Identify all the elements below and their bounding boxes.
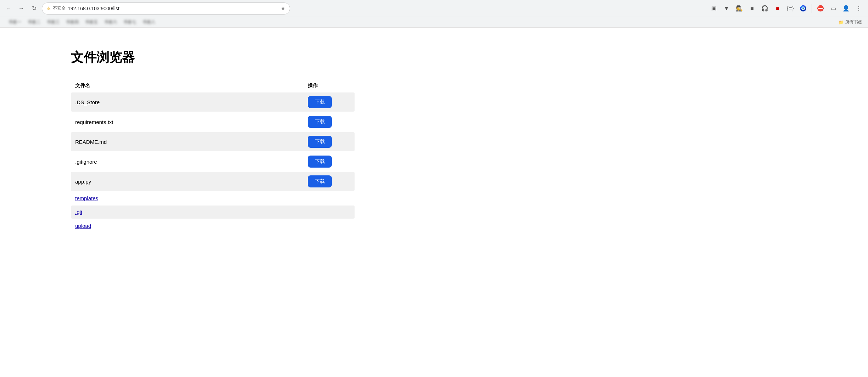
address-bar[interactable]: ⚠ 不安全 192.168.0.103:9000/list ★ [42, 2, 290, 15]
file-name: .gitignore [75, 159, 308, 165]
page-content: 文件浏览器 文件名 操作 .DS_Store 下载 requirements.t… [0, 28, 868, 254]
table-row: upload [71, 219, 355, 232]
reload-button[interactable]: ↻ [29, 4, 39, 13]
table-row: .DS_Store 下载 [71, 92, 355, 112]
extensions-manager-icon[interactable]: ▣ [708, 3, 719, 14]
bookmark-item[interactable]: 书签五 [82, 18, 101, 26]
table-row: .gitignore 下载 [71, 152, 355, 171]
all-bookmarks-button[interactable]: 📁 所有书签 [839, 19, 862, 25]
bookmark-item[interactable]: 书签三 [44, 18, 62, 26]
adblock-icon[interactable]: ⛔ [815, 3, 826, 14]
bookmark-item[interactable]: 书签二 [25, 18, 43, 26]
code-icon[interactable]: {=} [785, 3, 796, 14]
table-row: requirements.txt 下载 [71, 112, 355, 131]
headphone-icon[interactable]: 🎧 [759, 3, 770, 14]
column-action-header: 操作 [308, 83, 350, 89]
table-header: 文件名 操作 [71, 80, 355, 91]
page-title: 文件浏览器 [71, 49, 868, 66]
menu-icon[interactable]: ⋮ [853, 3, 864, 14]
bookmark-star-icon[interactable]: ★ [280, 5, 285, 12]
file-name: app.py [75, 179, 308, 185]
spy-icon[interactable]: 🕵 [734, 3, 745, 14]
download-button[interactable]: 下载 [308, 116, 332, 128]
back-button[interactable]: ← [4, 4, 13, 13]
file-name: requirements.txt [75, 119, 308, 125]
not-secure-label: 不安全 [53, 5, 66, 11]
action-cell: 下载 [308, 156, 350, 168]
file-name: README.md [75, 139, 308, 145]
folder-link-git[interactable]: .git [75, 209, 308, 215]
action-cell: 下载 [308, 136, 350, 148]
folder-link-upload[interactable]: upload [75, 223, 308, 229]
bookmark-item[interactable]: 书签一 [6, 18, 24, 26]
action-cell: 下载 [308, 116, 350, 128]
table-row: app.py 下载 [71, 172, 355, 191]
all-bookmarks-label: 所有书签 [845, 19, 862, 25]
warning-icon: ⚠ [46, 6, 51, 11]
bookmarks-bar: 书签一 书签二 书签三 书签四 书签五 书签六 书签七 书签八 📁 所有书签 [0, 17, 868, 28]
action-cell: 下载 [308, 96, 350, 108]
toolbar-right: ▣ ▼ 🕵 ■ 🎧 ■ {=} 🧿 ⛔ ▭ 👤 ⋮ [708, 3, 864, 14]
table-row: templates [71, 192, 355, 205]
bookmark-item[interactable]: 书签四 [63, 18, 82, 26]
folder-icon: 📁 [839, 20, 844, 25]
url-display: 192.168.0.103:9000/list [68, 6, 278, 11]
table-row: README.md 下载 [71, 132, 355, 151]
download-button[interactable]: 下载 [308, 175, 332, 187]
download-button[interactable]: 下载 [308, 136, 332, 148]
action-cell: 下载 [308, 175, 350, 187]
column-name-header: 文件名 [75, 83, 308, 89]
bookmark-item[interactable]: 书签七 [121, 18, 139, 26]
forward-button[interactable]: → [16, 4, 26, 13]
table-row: .git [71, 206, 355, 219]
browser-chrome: ← → ↻ ⚠ 不安全 192.168.0.103:9000/list ★ ▣ … [0, 0, 868, 17]
folder-link-templates[interactable]: templates [75, 195, 308, 201]
down-arrow-icon[interactable]: ▼ [721, 3, 732, 14]
toolbar-divider [812, 4, 812, 13]
puzzle-icon[interactable]: 🧿 [797, 3, 809, 14]
square-icon[interactable]: ■ [746, 3, 758, 14]
bookmark-item[interactable]: 书签八 [140, 18, 158, 26]
sidebar-icon[interactable]: ▭ [828, 3, 839, 14]
file-table: 文件名 操作 .DS_Store 下载 requirements.txt 下载 … [71, 80, 355, 232]
download-button[interactable]: 下载 [308, 156, 332, 168]
bookmark-item[interactable]: 书签六 [101, 18, 120, 26]
download-button[interactable]: 下载 [308, 96, 332, 108]
red-icon[interactable]: ■ [772, 3, 783, 14]
file-name: .DS_Store [75, 99, 308, 105]
profile-icon[interactable]: 👤 [840, 3, 852, 14]
